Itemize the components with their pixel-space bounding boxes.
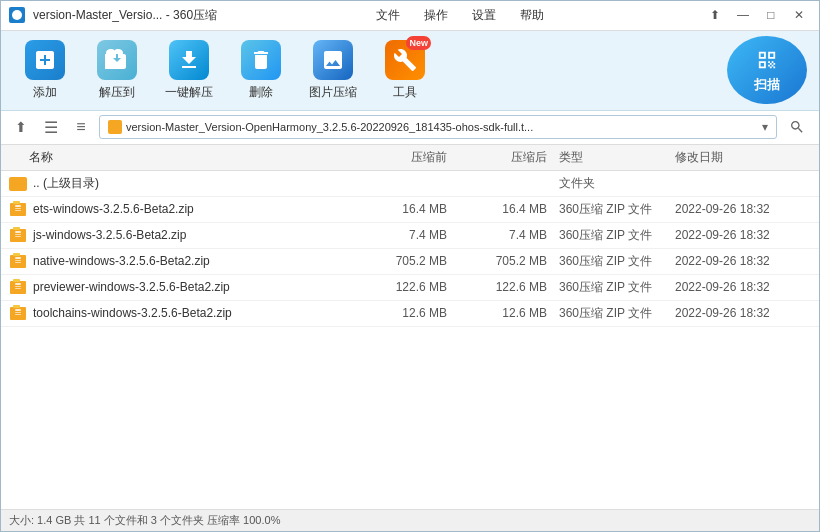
table-row[interactable]: ets-windows-3.2.5.6-Beta2.zip16.4 MB16.4… [1, 197, 819, 223]
file-name-text: .. (上级目录) [33, 175, 99, 192]
file-name-text: js-windows-3.2.5.6-Beta2.zip [33, 228, 186, 242]
file-date: 2022-09-26 18:32 [675, 306, 815, 320]
table-row[interactable]: toolchains-windows-3.2.5.6-Beta2.zip12.6… [1, 301, 819, 327]
svg-rect-20 [15, 288, 21, 289]
list-header: 名称 压缩前 压缩后 类型 修改日期 [1, 145, 819, 171]
header-type[interactable]: 类型 [555, 149, 675, 166]
zip-icon [9, 226, 27, 244]
table-row[interactable]: .. (上级目录)文件夹 [1, 171, 819, 197]
file-name-text: toolchains-windows-3.2.5.6-Beta2.zip [33, 306, 232, 320]
share-button[interactable]: ⬆ [703, 5, 727, 25]
file-list: .. (上级目录)文件夹 ets-windows-3.2.5.6-Beta2.z… [1, 171, 819, 327]
file-date: 2022-09-26 18:32 [675, 202, 815, 216]
svg-rect-3 [15, 205, 21, 207]
path-icon [108, 120, 122, 134]
address-dropdown-icon[interactable]: ▾ [762, 120, 768, 134]
file-date: 2022-09-26 18:32 [675, 228, 815, 242]
file-name: previewer-windows-3.2.5.6-Beta2.zip [5, 278, 355, 296]
search-button[interactable] [783, 115, 811, 139]
file-type: 360压缩 ZIP 文件 [555, 305, 675, 322]
app-window: version-Master_Versio... - 360压缩 文件 操作 设… [0, 0, 820, 532]
extract-icon [97, 40, 137, 80]
file-size-before: 7.4 MB [355, 228, 455, 242]
file-type: 文件夹 [555, 175, 675, 192]
header-date[interactable]: 修改日期 [675, 149, 815, 166]
address-text: version-Master_Version-OpenHarmony_3.2.5… [126, 121, 758, 133]
svg-rect-18 [15, 283, 21, 285]
svg-rect-24 [15, 312, 21, 313]
maximize-button[interactable]: □ [759, 5, 783, 25]
file-size-before: 705.2 MB [355, 254, 455, 268]
new-badge: New [406, 36, 431, 51]
extract-label: 解压到 [99, 84, 135, 101]
address-input[interactable]: version-Master_Version-OpenHarmony_3.2.5… [99, 115, 777, 139]
file-size-before: 16.4 MB [355, 202, 455, 216]
oneclick-button[interactable]: 一键解压 [157, 36, 221, 105]
file-list-container: 名称 压缩前 压缩后 类型 修改日期 .. (上级目录)文件夹 ets-wind… [1, 145, 819, 509]
delete-icon [241, 40, 281, 80]
title-bar: version-Master_Versio... - 360压缩 文件 操作 设… [1, 1, 819, 31]
table-row[interactable]: native-windows-3.2.5.6-Beta2.zip705.2 MB… [1, 249, 819, 275]
add-button[interactable]: 添加 [13, 36, 77, 105]
svg-rect-4 [15, 208, 21, 209]
tools-icon: New [385, 40, 425, 80]
scan-button[interactable]: 扫描 [727, 36, 807, 104]
file-type: 360压缩 ZIP 文件 [555, 201, 675, 218]
nav-up-button[interactable]: ⬆ [9, 115, 33, 139]
status-text: 大小: 1.4 GB 共 11 个文件和 3 个文件夹 压缩率 100.0% [9, 513, 280, 528]
svg-rect-22 [13, 305, 20, 308]
table-row[interactable]: previewer-windows-3.2.5.6-Beta2.zip122.6… [1, 275, 819, 301]
scan-label: 扫描 [754, 76, 780, 94]
file-name: native-windows-3.2.5.6-Beta2.zip [5, 252, 355, 270]
imgcompress-icon [313, 40, 353, 80]
extract-button[interactable]: 解压到 [85, 36, 149, 105]
file-size-after: 122.6 MB [455, 280, 555, 294]
svg-rect-7 [13, 227, 20, 230]
svg-rect-17 [13, 279, 20, 282]
menu-file[interactable]: 文件 [372, 5, 404, 26]
svg-rect-16 [10, 281, 26, 294]
toolbar: 添加 解压到 一键解压 删除 图片压缩 [1, 31, 819, 111]
view-list-button[interactable]: ≡ [69, 115, 93, 139]
file-size-before: 12.6 MB [355, 306, 455, 320]
title-bar-left: version-Master_Versio... - 360压缩 [9, 7, 217, 24]
app-icon [9, 7, 25, 23]
file-name-text: native-windows-3.2.5.6-Beta2.zip [33, 254, 210, 268]
file-name: ets-windows-3.2.5.6-Beta2.zip [5, 200, 355, 218]
svg-rect-2 [13, 201, 20, 204]
table-row[interactable]: js-windows-3.2.5.6-Beta2.zip7.4 MB7.4 MB… [1, 223, 819, 249]
tools-button[interactable]: New 工具 [373, 36, 437, 105]
menu-help[interactable]: 帮助 [516, 5, 548, 26]
menu-settings[interactable]: 设置 [468, 5, 500, 26]
oneclick-icon [169, 40, 209, 80]
main-content: 名称 压缩前 压缩后 类型 修改日期 .. (上级目录)文件夹 ets-wind… [1, 145, 819, 509]
delete-label: 删除 [249, 84, 273, 101]
zip-icon [9, 200, 27, 218]
file-name: .. (上级目录) [5, 175, 355, 192]
view-detail-button[interactable]: ☰ [39, 115, 63, 139]
file-size-after: 7.4 MB [455, 228, 555, 242]
svg-rect-15 [15, 262, 21, 263]
svg-rect-10 [15, 236, 21, 237]
oneclick-label: 一键解压 [165, 84, 213, 101]
close-button[interactable]: ✕ [787, 5, 811, 25]
header-after[interactable]: 压缩后 [455, 149, 555, 166]
header-name[interactable]: 名称 [5, 149, 355, 166]
file-size-after: 12.6 MB [455, 306, 555, 320]
status-bar: 大小: 1.4 GB 共 11 个文件和 3 个文件夹 压缩率 100.0% [1, 509, 819, 531]
add-icon [25, 40, 65, 80]
menu-operate[interactable]: 操作 [420, 5, 452, 26]
file-name: js-windows-3.2.5.6-Beta2.zip [5, 226, 355, 244]
header-before[interactable]: 压缩前 [355, 149, 455, 166]
minimize-button[interactable]: — [731, 5, 755, 25]
imgcompress-label: 图片压缩 [309, 84, 357, 101]
zip-icon [9, 278, 27, 296]
imgcompress-button[interactable]: 图片压缩 [301, 36, 365, 105]
file-size-after: 16.4 MB [455, 202, 555, 216]
svg-rect-9 [15, 234, 21, 235]
svg-point-0 [12, 10, 22, 20]
svg-rect-1 [10, 203, 26, 216]
delete-button[interactable]: 删除 [229, 36, 293, 105]
svg-rect-6 [10, 229, 26, 242]
folder-icon [9, 177, 27, 191]
